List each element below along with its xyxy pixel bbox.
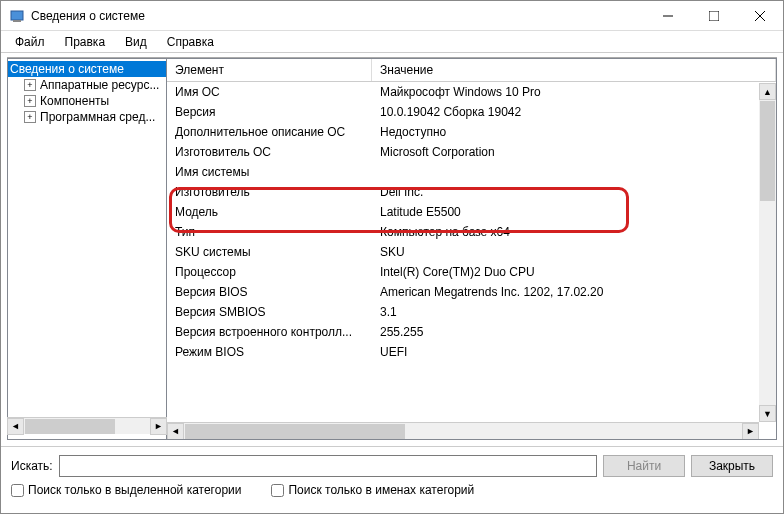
svg-rect-3 [709, 11, 719, 21]
menu-help[interactable]: Справка [159, 33, 222, 51]
expand-icon[interactable]: + [24, 79, 36, 91]
cell-key: SKU системы [167, 244, 372, 260]
cell-value: Dell Inc. [372, 184, 776, 200]
cell-value [372, 164, 776, 180]
svg-rect-1 [13, 20, 21, 22]
menu-file[interactable]: Файл [7, 33, 53, 51]
table-row[interactable]: ИзготовительDell Inc. [167, 182, 776, 202]
table-row[interactable]: Дополнительное описание ОСНедоступно [167, 122, 776, 142]
col-value[interactable]: Значение [372, 59, 776, 81]
expand-icon[interactable]: + [24, 111, 36, 123]
content-area: Сведения о системе + Аппаратные ресурс..… [7, 57, 777, 440]
cell-key: Тип [167, 224, 372, 240]
cell-value: Недоступно [372, 124, 776, 140]
cell-value: 255.255 [372, 324, 776, 340]
checkbox-category-names[interactable]: Поиск только в именах категорий [271, 483, 474, 497]
table-row[interactable]: ПроцессорIntel(R) Core(TM)2 Duo CPU [167, 262, 776, 282]
menu-view[interactable]: Вид [117, 33, 155, 51]
scroll-right-icon[interactable]: ► [150, 418, 167, 435]
tree-hscroll[interactable]: ◄ ► [7, 417, 167, 434]
table-row[interactable]: МодельLatitude E5500 [167, 202, 776, 222]
checkbox-selected-category[interactable]: Поиск только в выделенной категории [11, 483, 241, 497]
search-input[interactable] [59, 455, 597, 477]
search-bar: Искать: Найти Закрыть Поиск только в выд… [1, 446, 783, 503]
tree-panel: Сведения о системе + Аппаратные ресурс..… [7, 58, 167, 440]
cell-value: Майкрософт Windows 10 Pro [372, 84, 776, 100]
tree-label: Программная сред... [40, 110, 155, 124]
cb-selected-category[interactable] [11, 484, 24, 497]
cell-value: Intel(R) Core(TM)2 Duo CPU [372, 264, 776, 280]
app-icon [9, 8, 25, 24]
table-row[interactable]: ТипКомпьютер на базе x64 [167, 222, 776, 242]
menubar: Файл Правка Вид Справка [1, 31, 783, 53]
cell-value: SKU [372, 244, 776, 260]
list-vscroll[interactable]: ▲ ▼ [759, 83, 776, 422]
tree-item-hardware[interactable]: + Аппаратные ресурс... [8, 77, 166, 93]
list-header: Элемент Значение [167, 59, 776, 82]
cell-key: Имя системы [167, 164, 372, 180]
tree-label: Аппаратные ресурс... [40, 78, 159, 92]
table-row[interactable]: Изготовитель ОСMicrosoft Corporation [167, 142, 776, 162]
table-row[interactable]: Версия BIOSAmerican Megatrends Inc. 1202… [167, 282, 776, 302]
window-buttons [645, 1, 783, 31]
cell-value: Компьютер на базе x64 [372, 224, 776, 240]
cell-key: Изготовитель [167, 184, 372, 200]
menu-edit[interactable]: Правка [57, 33, 114, 51]
cell-key: Процессор [167, 264, 372, 280]
table-row[interactable]: Версия SMBIOS3.1 [167, 302, 776, 322]
tree-root[interactable]: Сведения о системе [8, 61, 166, 77]
cell-key: Версия [167, 104, 372, 120]
tree-label: Компоненты [40, 94, 109, 108]
tree-item-software[interactable]: + Программная сред... [8, 109, 166, 125]
cell-value: American Megatrends Inc. 1202, 17.02.20 [372, 284, 776, 300]
scroll-left-icon[interactable]: ◄ [167, 423, 184, 440]
svg-rect-0 [11, 11, 23, 20]
cell-key: Изготовитель ОС [167, 144, 372, 160]
cell-key: Версия встроенного контролл... [167, 324, 372, 340]
titlebar: Сведения о системе [1, 1, 783, 31]
tree-item-components[interactable]: + Компоненты [8, 93, 166, 109]
table-row[interactable]: Имя ОСМайкрософт Windows 10 Pro [167, 82, 776, 102]
window-title: Сведения о системе [31, 9, 645, 23]
cell-value: 3.1 [372, 304, 776, 320]
scroll-thumb[interactable] [760, 101, 775, 201]
cell-key: Режим BIOS [167, 344, 372, 360]
cell-key: Версия BIOS [167, 284, 372, 300]
maximize-button[interactable] [691, 1, 737, 31]
table-row[interactable]: SKU системыSKU [167, 242, 776, 262]
cell-value: UEFI [372, 344, 776, 360]
close-search-button[interactable]: Закрыть [691, 455, 773, 477]
list-body: Имя ОСМайкрософт Windows 10 ProВерсия10.… [167, 82, 776, 400]
find-button[interactable]: Найти [603, 455, 685, 477]
scroll-left-icon[interactable]: ◄ [7, 418, 24, 435]
col-element[interactable]: Элемент [167, 59, 372, 81]
cell-key: Модель [167, 204, 372, 220]
table-row[interactable]: Имя системы [167, 162, 776, 182]
close-button[interactable] [737, 1, 783, 31]
cb-category-names[interactable] [271, 484, 284, 497]
list-hscroll[interactable]: ◄ ► [167, 422, 759, 439]
cell-value: 10.0.19042 Сборка 19042 [372, 104, 776, 120]
table-row[interactable]: Версия10.0.19042 Сборка 19042 [167, 102, 776, 122]
scroll-right-icon[interactable]: ► [742, 423, 759, 440]
scroll-up-icon[interactable]: ▲ [759, 83, 776, 100]
list-panel: Элемент Значение Имя ОСМайкрософт Window… [167, 58, 777, 440]
cell-value: Latitude E5500 [372, 204, 776, 220]
cell-key: Версия SMBIOS [167, 304, 372, 320]
expand-icon[interactable]: + [24, 95, 36, 107]
minimize-button[interactable] [645, 1, 691, 31]
search-label: Искать: [11, 459, 53, 473]
cb2-label: Поиск только в именах категорий [288, 483, 474, 497]
scroll-down-icon[interactable]: ▼ [759, 405, 776, 422]
tree-root-label: Сведения о системе [10, 62, 124, 76]
cb1-label: Поиск только в выделенной категории [28, 483, 241, 497]
cell-key: Имя ОС [167, 84, 372, 100]
table-row[interactable]: Версия встроенного контролл...255.255 [167, 322, 776, 342]
cell-value: Microsoft Corporation [372, 144, 776, 160]
table-row[interactable]: Режим BIOSUEFI [167, 342, 776, 362]
cell-key: Дополнительное описание ОС [167, 124, 372, 140]
